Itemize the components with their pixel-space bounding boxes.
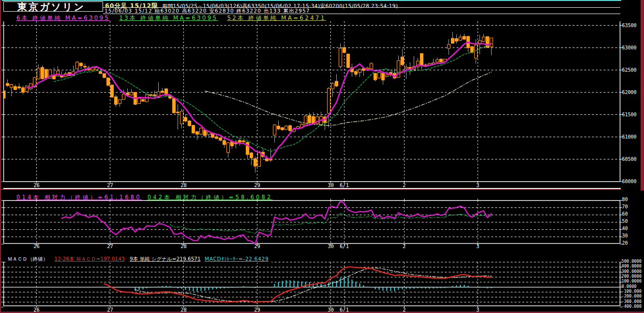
macd-histogram-bar <box>468 286 469 287</box>
macd-name-label: ＭＡＣＤ（終値） <box>7 256 48 262</box>
macd-histogram-bar <box>185 287 186 290</box>
macd-histogram-bar <box>147 287 148 288</box>
candle-body <box>482 37 485 41</box>
rsi-y-label-30: 30 <box>622 233 628 238</box>
rsi-x-label-6/1: 6/1 <box>340 243 349 249</box>
candle-body <box>463 36 466 39</box>
macd-histogram-bar <box>162 286 163 287</box>
chart-canvas[interactable]: 6350063000625006200061500610006050060000… <box>0 0 644 313</box>
rsi-x-label-26: 26 <box>33 243 40 249</box>
macd-y-label-300: 300.0000 <box>622 269 642 274</box>
candle-body <box>130 93 133 95</box>
macd-histogram-bar <box>243 286 244 287</box>
macd-histogram-bar <box>379 287 380 290</box>
macd-histogram-bar <box>394 287 395 292</box>
candle-body <box>18 87 21 88</box>
macd-histogram-bar <box>456 285 457 287</box>
ma6-legend-label: 6本 終値単純 MA=63095 <box>16 15 110 21</box>
candle-body <box>405 67 408 69</box>
macd-histogram-bar <box>356 282 357 287</box>
candle-body <box>103 74 106 78</box>
candle-body <box>76 62 79 69</box>
macd-histogram-bar <box>479 287 480 288</box>
macd-histogram-bar <box>445 287 446 288</box>
macd-histogram-bar <box>410 287 411 289</box>
macd-histogram-bar <box>359 283 360 287</box>
macd-histogram-bar <box>139 287 140 290</box>
candle-body <box>347 54 350 67</box>
main-x-label-26: 26 <box>33 182 40 188</box>
candle-body <box>289 125 292 131</box>
candle-body <box>343 47 346 53</box>
macd-panel-title: ＭＡＣＤ（終値） 12-26本 ＭＡＣＤ=197.0143 9本 単純 シグナル… <box>7 256 271 263</box>
macd-histogram-bar <box>352 280 353 287</box>
macd-histogram-bar <box>329 283 329 287</box>
macd-histogram-bar <box>425 287 426 289</box>
rsi42-label: 042本 相対力（終値）=58.6082 <box>148 194 273 201</box>
macd-histogram-bar <box>418 287 419 288</box>
candle-body <box>490 38 493 47</box>
macd-histogram-bar <box>371 287 372 288</box>
macd-signal-label: 9本 単純 シグナル=219.6571 <box>130 256 201 262</box>
macd-histogram-bar <box>301 282 302 287</box>
macd-histogram-bar <box>286 280 287 287</box>
rsi-x-label-2: 2 <box>403 243 405 249</box>
macd-histogram-bar <box>449 287 449 287</box>
macd-histogram-bar <box>476 287 477 288</box>
main-y-label-63500: 63500 <box>622 23 637 28</box>
macd-value-label: 12-26本 ＭＡＣＤ=197.0143 <box>54 256 124 262</box>
rsi-y-label-80: 80 <box>622 197 628 202</box>
candle-body <box>242 141 245 141</box>
candle-body <box>339 48 342 66</box>
macd-histogram-bar <box>255 287 256 288</box>
candle-body <box>281 127 284 130</box>
candle-body <box>459 37 462 40</box>
chart-window: 6350063000625006200061500610006050060000… <box>0 0 644 313</box>
candle-body <box>273 125 276 135</box>
macd-histogram-bar <box>274 284 275 287</box>
macd-histogram-bar <box>209 287 210 290</box>
macd-histogram-bar <box>321 284 322 287</box>
macd-histogram-bar <box>402 287 403 290</box>
candle-body <box>107 78 110 86</box>
macd-histogram-bar <box>433 287 434 289</box>
macd-histogram-bar <box>491 287 492 288</box>
macd-histogram-bar <box>178 287 179 289</box>
candle-body <box>382 73 385 80</box>
candle-body <box>331 83 334 89</box>
candle-body-clipped <box>4 91 6 98</box>
macd-histogram-bar <box>387 287 388 291</box>
candle-body <box>215 137 218 139</box>
candle-body <box>177 112 180 113</box>
candle-body <box>200 128 203 134</box>
macd-histogram-bar <box>421 287 422 289</box>
macd-y-label--400: -400.000 <box>622 304 642 309</box>
macd-histogram-bar <box>201 287 202 291</box>
rsi-y-label-40: 40 <box>622 226 628 231</box>
main-y-label-62500: 62500 <box>622 67 637 73</box>
macd-histogram-bar <box>460 285 461 287</box>
macd-histogram-bar <box>232 287 233 288</box>
macd-histogram-bar <box>197 287 198 292</box>
macd-osc-label: MACDｵｼﾚｰﾀｰ=-22.6429 <box>205 256 269 262</box>
macd-histogram-bar <box>166 286 167 287</box>
main-y-label-62000: 62000 <box>622 90 637 95</box>
main-y-label-63000: 63000 <box>622 45 637 50</box>
macd-y-label-500: 500.0000 <box>622 259 642 264</box>
macd-y-label-200: 200.0000 <box>622 274 642 279</box>
macd-y-label--100: -100.000 <box>622 289 642 294</box>
candle-body <box>239 141 241 142</box>
rsi-y-label-50: 50 <box>622 219 628 224</box>
candle-body <box>95 67 98 70</box>
main-y-label-61500: 61500 <box>622 112 637 117</box>
rsi-x-label-30: 30 <box>328 243 334 249</box>
candle-body <box>378 73 381 78</box>
rsi-x-label-3: 3 <box>476 243 479 249</box>
macd-histogram-bar <box>390 287 391 291</box>
macd-histogram-bar <box>348 278 349 287</box>
rsi42-line <box>170 213 492 233</box>
candle-body <box>26 86 29 92</box>
main-x-label-29: 29 <box>254 182 260 188</box>
candle-body <box>258 152 261 167</box>
window-left-border <box>0 0 1 313</box>
